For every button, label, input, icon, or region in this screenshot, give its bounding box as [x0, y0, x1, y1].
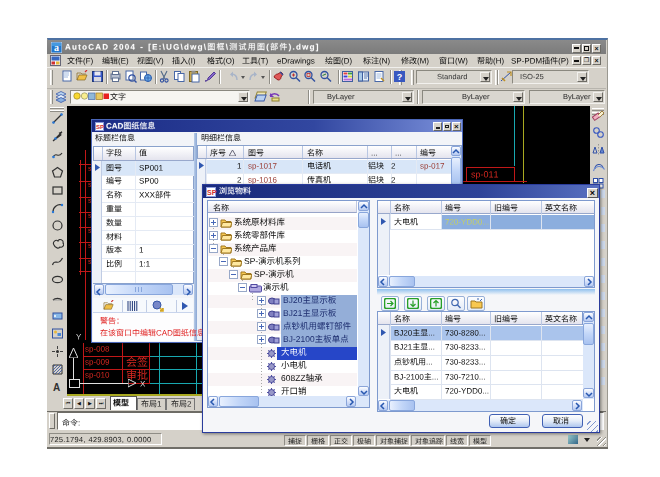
- svg-text:A: A: [53, 382, 60, 393]
- svg-text:a: a: [54, 42, 59, 53]
- svg-text:?: ?: [397, 72, 403, 82]
